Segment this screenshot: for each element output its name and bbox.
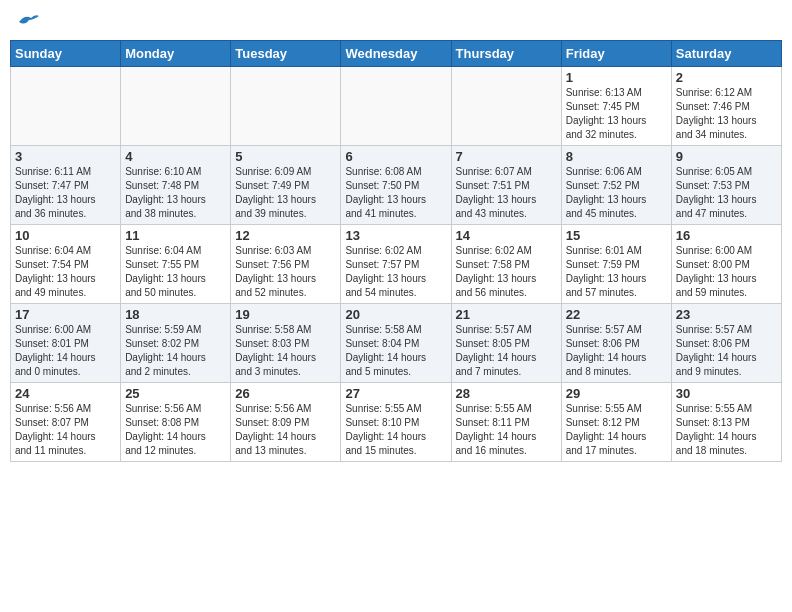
calendar-cell: 21Sunrise: 5:57 AMSunset: 8:05 PMDayligh… [451,304,561,383]
calendar-cell: 1Sunrise: 6:13 AMSunset: 7:45 PMDaylight… [561,67,671,146]
day-number: 30 [676,386,777,401]
day-number: 4 [125,149,226,164]
day-number: 22 [566,307,667,322]
calendar-cell: 28Sunrise: 5:55 AMSunset: 8:11 PMDayligh… [451,383,561,462]
calendar-cell: 27Sunrise: 5:55 AMSunset: 8:10 PMDayligh… [341,383,451,462]
weekday-header-sunday: Sunday [11,41,121,67]
day-number: 18 [125,307,226,322]
day-info: Sunrise: 5:58 AMSunset: 8:03 PMDaylight:… [235,323,336,379]
day-info: Sunrise: 5:55 AMSunset: 8:13 PMDaylight:… [676,402,777,458]
calendar-cell [341,67,451,146]
calendar-cell: 13Sunrise: 6:02 AMSunset: 7:57 PMDayligh… [341,225,451,304]
day-info: Sunrise: 5:55 AMSunset: 8:12 PMDaylight:… [566,402,667,458]
day-info: Sunrise: 6:00 AMSunset: 8:00 PMDaylight:… [676,244,777,300]
calendar-cell: 17Sunrise: 6:00 AMSunset: 8:01 PMDayligh… [11,304,121,383]
calendar-cell: 3Sunrise: 6:11 AMSunset: 7:47 PMDaylight… [11,146,121,225]
day-number: 12 [235,228,336,243]
day-number: 9 [676,149,777,164]
day-info: Sunrise: 5:57 AMSunset: 8:06 PMDaylight:… [566,323,667,379]
calendar-cell: 16Sunrise: 6:00 AMSunset: 8:00 PMDayligh… [671,225,781,304]
day-info: Sunrise: 6:02 AMSunset: 7:58 PMDaylight:… [456,244,557,300]
day-info: Sunrise: 6:01 AMSunset: 7:59 PMDaylight:… [566,244,667,300]
day-number: 27 [345,386,446,401]
day-info: Sunrise: 6:04 AMSunset: 7:55 PMDaylight:… [125,244,226,300]
day-info: Sunrise: 5:57 AMSunset: 8:05 PMDaylight:… [456,323,557,379]
day-number: 13 [345,228,446,243]
calendar-cell: 9Sunrise: 6:05 AMSunset: 7:53 PMDaylight… [671,146,781,225]
day-number: 16 [676,228,777,243]
calendar-cell: 6Sunrise: 6:08 AMSunset: 7:50 PMDaylight… [341,146,451,225]
calendar-cell: 5Sunrise: 6:09 AMSunset: 7:49 PMDaylight… [231,146,341,225]
calendar-cell: 10Sunrise: 6:04 AMSunset: 7:54 PMDayligh… [11,225,121,304]
calendar-cell: 19Sunrise: 5:58 AMSunset: 8:03 PMDayligh… [231,304,341,383]
day-number: 24 [15,386,116,401]
weekday-header-tuesday: Tuesday [231,41,341,67]
calendar-cell: 15Sunrise: 6:01 AMSunset: 7:59 PMDayligh… [561,225,671,304]
day-info: Sunrise: 5:56 AMSunset: 8:09 PMDaylight:… [235,402,336,458]
day-info: Sunrise: 6:12 AMSunset: 7:46 PMDaylight:… [676,86,777,142]
day-info: Sunrise: 6:00 AMSunset: 8:01 PMDaylight:… [15,323,116,379]
day-number: 6 [345,149,446,164]
calendar-cell: 24Sunrise: 5:56 AMSunset: 8:07 PMDayligh… [11,383,121,462]
calendar-cell [231,67,341,146]
day-number: 10 [15,228,116,243]
day-number: 25 [125,386,226,401]
day-number: 7 [456,149,557,164]
calendar-cell: 22Sunrise: 5:57 AMSunset: 8:06 PMDayligh… [561,304,671,383]
day-number: 2 [676,70,777,85]
day-number: 14 [456,228,557,243]
day-number: 15 [566,228,667,243]
day-number: 5 [235,149,336,164]
day-info: Sunrise: 6:09 AMSunset: 7:49 PMDaylight:… [235,165,336,221]
calendar-header-row: SundayMondayTuesdayWednesdayThursdayFrid… [11,41,782,67]
day-number: 11 [125,228,226,243]
calendar-cell [451,67,561,146]
calendar-week-row: 17Sunrise: 6:00 AMSunset: 8:01 PMDayligh… [11,304,782,383]
day-info: Sunrise: 5:59 AMSunset: 8:02 PMDaylight:… [125,323,226,379]
calendar-cell: 11Sunrise: 6:04 AMSunset: 7:55 PMDayligh… [121,225,231,304]
day-info: Sunrise: 5:56 AMSunset: 8:08 PMDaylight:… [125,402,226,458]
day-info: Sunrise: 6:08 AMSunset: 7:50 PMDaylight:… [345,165,446,221]
day-number: 17 [15,307,116,322]
calendar-cell: 23Sunrise: 5:57 AMSunset: 8:06 PMDayligh… [671,304,781,383]
weekday-header-wednesday: Wednesday [341,41,451,67]
day-number: 20 [345,307,446,322]
logo [10,10,43,34]
calendar-cell [121,67,231,146]
day-info: Sunrise: 5:57 AMSunset: 8:06 PMDaylight:… [676,323,777,379]
day-number: 3 [15,149,116,164]
weekday-header-friday: Friday [561,41,671,67]
day-info: Sunrise: 6:03 AMSunset: 7:56 PMDaylight:… [235,244,336,300]
calendar-cell: 29Sunrise: 5:55 AMSunset: 8:12 PMDayligh… [561,383,671,462]
day-info: Sunrise: 6:13 AMSunset: 7:45 PMDaylight:… [566,86,667,142]
day-number: 26 [235,386,336,401]
calendar-cell: 7Sunrise: 6:07 AMSunset: 7:51 PMDaylight… [451,146,561,225]
day-info: Sunrise: 5:58 AMSunset: 8:04 PMDaylight:… [345,323,446,379]
day-info: Sunrise: 6:02 AMSunset: 7:57 PMDaylight:… [345,244,446,300]
logo-bird-icon [17,12,39,30]
calendar-cell: 12Sunrise: 6:03 AMSunset: 7:56 PMDayligh… [231,225,341,304]
day-number: 1 [566,70,667,85]
day-info: Sunrise: 6:07 AMSunset: 7:51 PMDaylight:… [456,165,557,221]
calendar-cell: 20Sunrise: 5:58 AMSunset: 8:04 PMDayligh… [341,304,451,383]
calendar-cell [11,67,121,146]
weekday-header-thursday: Thursday [451,41,561,67]
page-header [10,10,782,34]
calendar-cell: 26Sunrise: 5:56 AMSunset: 8:09 PMDayligh… [231,383,341,462]
weekday-header-monday: Monday [121,41,231,67]
day-info: Sunrise: 6:06 AMSunset: 7:52 PMDaylight:… [566,165,667,221]
day-info: Sunrise: 6:04 AMSunset: 7:54 PMDaylight:… [15,244,116,300]
calendar-cell: 30Sunrise: 5:55 AMSunset: 8:13 PMDayligh… [671,383,781,462]
calendar-week-row: 10Sunrise: 6:04 AMSunset: 7:54 PMDayligh… [11,225,782,304]
weekday-header-saturday: Saturday [671,41,781,67]
day-number: 28 [456,386,557,401]
day-info: Sunrise: 5:55 AMSunset: 8:10 PMDaylight:… [345,402,446,458]
calendar-cell: 2Sunrise: 6:12 AMSunset: 7:46 PMDaylight… [671,67,781,146]
calendar-cell: 8Sunrise: 6:06 AMSunset: 7:52 PMDaylight… [561,146,671,225]
calendar-cell: 14Sunrise: 6:02 AMSunset: 7:58 PMDayligh… [451,225,561,304]
calendar-cell: 25Sunrise: 5:56 AMSunset: 8:08 PMDayligh… [121,383,231,462]
day-number: 21 [456,307,557,322]
calendar-cell: 18Sunrise: 5:59 AMSunset: 8:02 PMDayligh… [121,304,231,383]
calendar-cell: 4Sunrise: 6:10 AMSunset: 7:48 PMDaylight… [121,146,231,225]
day-info: Sunrise: 5:55 AMSunset: 8:11 PMDaylight:… [456,402,557,458]
